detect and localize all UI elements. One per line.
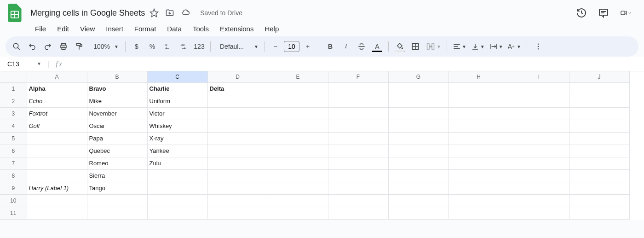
decrease-font-size-button[interactable]: − (268, 39, 283, 54)
cell-D8[interactable] (207, 169, 268, 182)
cell-C8[interactable] (147, 169, 207, 182)
fill-color-button[interactable] (392, 39, 407, 54)
horizontal-align-button[interactable]: ▼ (451, 39, 468, 54)
menu-extensions[interactable]: Extensions (215, 23, 258, 35)
cell-F7[interactable] (328, 157, 388, 169)
menu-data[interactable]: Data (162, 23, 186, 35)
cell-D9[interactable] (207, 182, 268, 194)
menu-help[interactable]: Help (260, 23, 283, 35)
cell-C3[interactable]: Victor (147, 107, 207, 120)
cell-D7[interactable] (207, 157, 268, 169)
cell-B2[interactable]: Mike (87, 95, 147, 107)
row-header-6[interactable]: 6 (0, 145, 27, 157)
cell-B1[interactable]: Bravo (87, 82, 147, 95)
cell-B10[interactable] (87, 194, 147, 207)
bold-button[interactable]: B (323, 39, 338, 54)
star-icon[interactable] (150, 8, 159, 17)
text-rotation-button[interactable]: A ▼ (506, 39, 523, 54)
cell-D1[interactable]: Delta (207, 82, 268, 95)
cell-F6[interactable] (328, 145, 388, 157)
cell-J6[interactable] (569, 145, 629, 157)
menu-edit[interactable]: Edit (52, 23, 74, 35)
cell-G7[interactable] (388, 157, 448, 169)
cell-A2[interactable]: Echo (27, 95, 87, 107)
font-size-input[interactable] (284, 41, 299, 52)
cell-D10[interactable] (207, 194, 268, 207)
cell-H7[interactable] (448, 157, 509, 169)
cell-B4[interactable]: Oscar (87, 120, 147, 132)
cell-A5[interactable] (27, 132, 87, 145)
cell-A6[interactable] (27, 145, 87, 157)
row-header-4[interactable]: 4 (0, 120, 27, 132)
cell-H6[interactable] (448, 145, 509, 157)
cell-H9[interactable] (448, 182, 509, 194)
doc-title[interactable]: Merging cells in Google Sheets (28, 7, 148, 19)
cell-H2[interactable] (448, 95, 509, 107)
cell-C9[interactable] (147, 182, 207, 194)
col-header-G[interactable]: G (388, 71, 448, 82)
col-header-D[interactable]: D (207, 71, 268, 82)
cell-I1[interactable] (509, 82, 569, 95)
cell-B5[interactable]: Papa (87, 132, 147, 145)
col-header-I[interactable]: I (509, 71, 569, 82)
cell-I3[interactable] (509, 107, 569, 120)
cell-E2[interactable] (268, 95, 328, 107)
cell-F1[interactable] (328, 82, 388, 95)
format-percent-button[interactable]: % (145, 39, 160, 54)
font-dropdown[interactable]: Defaul... ▼ (214, 39, 260, 54)
row-header-7[interactable]: 7 (0, 157, 27, 169)
increase-decimal-icon[interactable]: .00 (176, 39, 191, 54)
cell-J10[interactable] (569, 194, 629, 207)
col-header-E[interactable]: E (268, 71, 328, 82)
cell-J7[interactable] (569, 157, 629, 169)
search-menus-icon[interactable] (9, 39, 24, 54)
text-wrap-button[interactable]: ▼ (488, 39, 505, 54)
zoom-dropdown[interactable]: 100% ▼ (87, 39, 121, 54)
cell-J5[interactable] (569, 132, 629, 145)
cell-A1[interactable]: Alpha (27, 82, 87, 95)
cell-C2[interactable]: Uniform (147, 95, 207, 107)
cell-F5[interactable] (328, 132, 388, 145)
cell-D3[interactable] (207, 107, 268, 120)
cell-D4[interactable] (207, 120, 268, 132)
cell-I11[interactable] (509, 207, 569, 219)
col-header-C[interactable]: C (147, 71, 207, 82)
cell-A3[interactable]: Foxtrot (27, 107, 87, 120)
row-header-11[interactable]: 11 (0, 207, 27, 219)
print-icon[interactable] (56, 39, 71, 54)
col-header-F[interactable]: F (328, 71, 388, 82)
row-header-10[interactable]: 10 (0, 194, 27, 207)
cell-A9[interactable]: Harry (Label 1) (27, 182, 87, 194)
menu-tools[interactable]: Tools (188, 23, 213, 35)
cell-E9[interactable] (268, 182, 328, 194)
cell-G2[interactable] (388, 95, 448, 107)
italic-button[interactable]: I (339, 39, 353, 54)
cell-E6[interactable] (268, 145, 328, 157)
select-all-corner[interactable] (0, 71, 27, 82)
cell-E10[interactable] (268, 194, 328, 207)
cell-E8[interactable] (268, 169, 328, 182)
cell-C5[interactable]: X-ray (147, 132, 207, 145)
cell-F3[interactable] (328, 107, 388, 120)
cell-I5[interactable] (509, 132, 569, 145)
cell-I7[interactable] (509, 157, 569, 169)
menu-file[interactable]: File (30, 23, 51, 35)
row-header-2[interactable]: 2 (0, 95, 27, 107)
cell-G10[interactable] (388, 194, 448, 207)
cell-G6[interactable] (388, 145, 448, 157)
cell-J8[interactable] (569, 169, 629, 182)
sheets-logo-icon[interactable] (6, 4, 24, 22)
row-header-5[interactable]: 5 (0, 132, 27, 145)
cell-F8[interactable] (328, 169, 388, 182)
cell-H4[interactable] (448, 120, 509, 132)
text-color-button[interactable]: A (370, 39, 385, 54)
cell-B3[interactable]: November (87, 107, 147, 120)
cell-G5[interactable] (388, 132, 448, 145)
cell-A4[interactable]: Golf (27, 120, 87, 132)
merge-cells-button[interactable]: ▼ (424, 39, 443, 54)
cell-F9[interactable] (328, 182, 388, 194)
cell-A11[interactable] (27, 207, 87, 219)
cloud-saved-icon[interactable] (181, 8, 190, 17)
cell-B6[interactable]: Quebec (87, 145, 147, 157)
cell-G8[interactable] (388, 169, 448, 182)
